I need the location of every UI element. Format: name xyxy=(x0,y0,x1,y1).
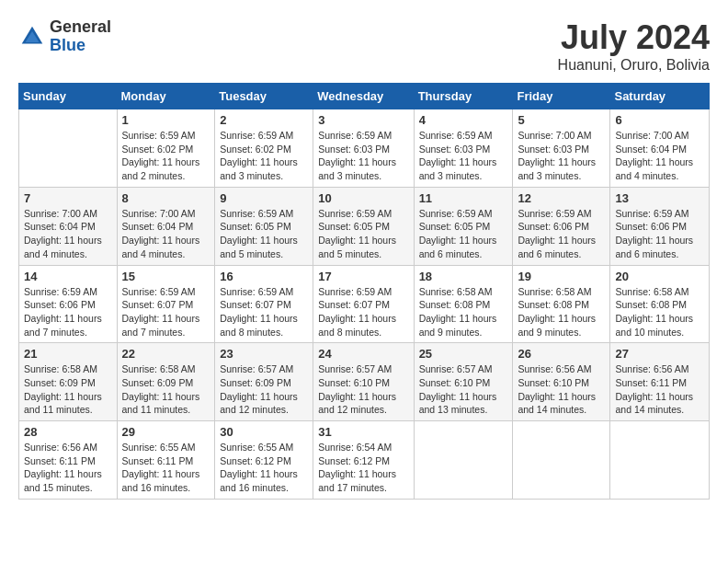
day-info: Sunrise: 6:58 AMSunset: 6:09 PMDaylight:… xyxy=(24,362,112,417)
day-number: 7 xyxy=(24,191,112,205)
day-info-line: Daylight: 11 hours xyxy=(518,313,596,324)
day-info-line: Sunrise: 6:54 AM xyxy=(318,442,392,453)
day-info: Sunrise: 6:58 AMSunset: 6:08 PMDaylight:… xyxy=(518,285,605,339)
calendar-cell: 10Sunrise: 6:59 AMSunset: 6:05 PMDayligh… xyxy=(313,187,414,265)
day-info-line: Sunset: 6:11 PM xyxy=(122,455,194,466)
day-number: 10 xyxy=(318,191,408,205)
day-info: Sunrise: 6:59 AMSunset: 6:05 PMDaylight:… xyxy=(220,207,308,261)
calendar-cell: 9Sunrise: 6:59 AMSunset: 6:05 PMDaylight… xyxy=(215,187,313,265)
logo: General Blue xyxy=(18,18,111,55)
day-info: Sunrise: 6:56 AMSunset: 6:11 PMDaylight:… xyxy=(615,362,704,417)
day-info-line: Daylight: 11 hours xyxy=(615,313,693,324)
page-header: General Blue July 2024 Huanuni, Oruro, B… xyxy=(18,18,710,74)
day-number: 11 xyxy=(419,191,508,205)
calendar-cell: 8Sunrise: 7:00 AMSunset: 6:04 PMDaylight… xyxy=(117,187,215,265)
calendar-cell xyxy=(414,421,513,500)
day-info-line: Daylight: 11 hours xyxy=(419,235,497,246)
calendar-cell: 1Sunrise: 6:59 AMSunset: 6:02 PMDaylight… xyxy=(117,109,215,188)
day-info: Sunrise: 6:59 AMSunset: 6:06 PMDaylight:… xyxy=(24,285,112,339)
day-info-line: Sunset: 6:09 PM xyxy=(122,377,194,388)
day-info-line: and 7 minutes. xyxy=(122,327,186,338)
day-info-line: and 4 minutes. xyxy=(24,248,87,259)
calendar-cell: 15Sunrise: 6:59 AMSunset: 6:07 PMDayligh… xyxy=(117,265,215,343)
day-info-line: Sunrise: 6:59 AM xyxy=(24,286,97,297)
weekday-header-sunday: Sunday xyxy=(19,84,118,109)
day-info-line: and 3 minutes. xyxy=(220,170,283,181)
day-info-line: Sunrise: 6:59 AM xyxy=(220,130,293,141)
day-info-line: Sunset: 6:08 PM xyxy=(518,299,589,310)
day-info: Sunrise: 6:58 AMSunset: 6:09 PMDaylight:… xyxy=(122,362,210,417)
day-info: Sunrise: 6:59 AMSunset: 6:07 PMDaylight:… xyxy=(122,285,210,339)
day-number: 5 xyxy=(518,113,605,127)
day-info: Sunrise: 6:59 AMSunset: 6:07 PMDaylight:… xyxy=(318,285,408,339)
day-info: Sunrise: 6:59 AMSunset: 6:03 PMDaylight:… xyxy=(419,129,508,183)
day-info-line: Sunrise: 6:58 AM xyxy=(615,286,688,297)
calendar-cell: 27Sunrise: 6:56 AMSunset: 6:11 PMDayligh… xyxy=(610,343,710,421)
weekday-header-wednesday: Wednesday xyxy=(313,84,414,109)
calendar-week-3: 14Sunrise: 6:59 AMSunset: 6:06 PMDayligh… xyxy=(19,265,710,343)
day-info-line: Sunset: 6:11 PM xyxy=(615,377,687,388)
calendar-cell: 21Sunrise: 6:58 AMSunset: 6:09 PMDayligh… xyxy=(19,343,118,421)
day-info: Sunrise: 6:59 AMSunset: 6:06 PMDaylight:… xyxy=(518,207,605,261)
day-info-line: and 17 minutes. xyxy=(318,482,387,493)
day-info-line: Daylight: 11 hours xyxy=(24,235,102,246)
calendar-cell: 22Sunrise: 6:58 AMSunset: 6:09 PMDayligh… xyxy=(117,343,215,421)
day-info-line: Sunrise: 6:56 AM xyxy=(518,363,591,374)
day-info-line: Daylight: 11 hours xyxy=(122,235,200,246)
day-info-line: and 8 minutes. xyxy=(318,327,381,338)
day-number: 1 xyxy=(122,113,210,127)
calendar-week-4: 21Sunrise: 6:58 AMSunset: 6:09 PMDayligh… xyxy=(19,343,710,421)
calendar-cell: 4Sunrise: 6:59 AMSunset: 6:03 PMDaylight… xyxy=(414,109,513,188)
day-info-line: and 6 minutes. xyxy=(615,248,678,259)
day-info-line: Daylight: 11 hours xyxy=(615,391,693,402)
day-info-line: Sunset: 6:03 PM xyxy=(318,144,390,155)
day-info-line: Sunset: 6:02 PM xyxy=(220,144,291,155)
day-number: 3 xyxy=(318,113,408,127)
day-info-line: Sunrise: 6:59 AM xyxy=(518,208,591,219)
day-info-line: Sunset: 6:07 PM xyxy=(220,299,291,310)
day-info-line: Sunrise: 7:00 AM xyxy=(615,130,688,141)
day-info-line: and 9 minutes. xyxy=(518,327,581,338)
calendar-week-5: 28Sunrise: 6:56 AMSunset: 6:11 PMDayligh… xyxy=(19,421,710,500)
day-number: 22 xyxy=(122,347,210,361)
weekday-header-thursday: Thursday xyxy=(414,84,513,109)
day-info-line: and 5 minutes. xyxy=(318,248,381,259)
day-info-line: Sunset: 6:08 PM xyxy=(615,299,687,310)
day-info: Sunrise: 6:59 AMSunset: 6:07 PMDaylight:… xyxy=(220,285,308,339)
calendar-cell: 31Sunrise: 6:54 AMSunset: 6:12 PMDayligh… xyxy=(313,421,414,500)
day-info-line: and 8 minutes. xyxy=(220,327,283,338)
day-info-line: Daylight: 11 hours xyxy=(318,313,396,324)
day-info: Sunrise: 6:55 AMSunset: 6:11 PMDaylight:… xyxy=(122,441,210,495)
day-info-line: Sunset: 6:09 PM xyxy=(24,377,96,388)
calendar-cell: 29Sunrise: 6:55 AMSunset: 6:11 PMDayligh… xyxy=(117,421,215,500)
day-info: Sunrise: 6:57 AMSunset: 6:10 PMDaylight:… xyxy=(318,362,408,417)
day-info-line: Daylight: 11 hours xyxy=(220,313,298,324)
day-info: Sunrise: 7:00 AMSunset: 6:03 PMDaylight:… xyxy=(518,129,605,183)
day-info-line: Daylight: 11 hours xyxy=(220,235,298,246)
day-info: Sunrise: 6:56 AMSunset: 6:11 PMDaylight:… xyxy=(24,441,112,495)
day-info-line: Sunrise: 6:59 AM xyxy=(419,130,493,141)
day-info-line: and 4 minutes. xyxy=(122,248,186,259)
day-number: 31 xyxy=(318,425,408,439)
day-info-line: Sunrise: 6:58 AM xyxy=(518,286,591,297)
day-info-line: Sunrise: 6:59 AM xyxy=(615,208,688,219)
day-number: 19 xyxy=(518,270,605,283)
day-info-line: Daylight: 11 hours xyxy=(318,391,396,402)
day-info-line: and 4 minutes. xyxy=(615,170,678,181)
day-info-line: Sunset: 6:12 PM xyxy=(220,455,291,466)
calendar-week-2: 7Sunrise: 7:00 AMSunset: 6:04 PMDaylight… xyxy=(19,187,710,265)
day-info-line: and 6 minutes. xyxy=(518,248,581,259)
day-info-line: Daylight: 11 hours xyxy=(518,391,596,402)
logo-text: General Blue xyxy=(50,18,111,55)
day-info-line: Sunrise: 6:59 AM xyxy=(318,286,392,297)
day-info-line: Sunrise: 7:00 AM xyxy=(518,130,591,141)
day-info-line: Daylight: 11 hours xyxy=(419,156,497,167)
day-info: Sunrise: 6:56 AMSunset: 6:10 PMDaylight:… xyxy=(518,362,605,417)
day-info-line: Sunrise: 7:00 AM xyxy=(122,208,196,219)
day-number: 2 xyxy=(220,113,308,127)
day-number: 20 xyxy=(615,270,704,283)
day-info-line: and 16 minutes. xyxy=(122,482,191,493)
day-info: Sunrise: 6:59 AMSunset: 6:02 PMDaylight:… xyxy=(220,129,308,183)
day-info-line: Sunset: 6:11 PM xyxy=(24,455,96,466)
calendar-cell: 24Sunrise: 6:57 AMSunset: 6:10 PMDayligh… xyxy=(313,343,414,421)
